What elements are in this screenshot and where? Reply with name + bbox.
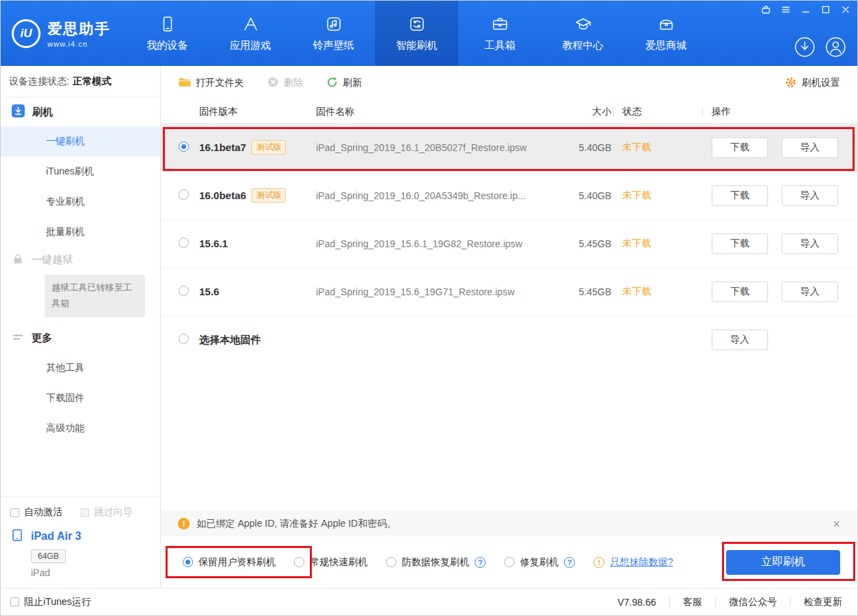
firmware-name: iPad_Spring_2019_15.6.1_19G82_Restore.ip… xyxy=(316,238,570,249)
nav-ringtones-wallpapers[interactable]: 铃声壁纸 xyxy=(292,1,375,66)
wechat-account-link[interactable]: 微信公众号 xyxy=(729,596,777,608)
maximize-icon[interactable] xyxy=(821,5,831,14)
nav-smart-flash[interactable]: 智能刷机 xyxy=(375,1,458,66)
briefcase-icon xyxy=(491,15,509,33)
import-button[interactable]: 导入 xyxy=(782,233,838,254)
option-quick-flash[interactable]: 常规快速刷机 xyxy=(294,556,368,569)
app-subtitle: www.i4.cn xyxy=(47,40,111,48)
flash-now-button[interactable]: 立即刷机 xyxy=(726,550,840,575)
tablet-icon xyxy=(10,528,24,545)
firmware-radio[interactable] xyxy=(179,334,189,344)
header: iU 爱思助手 www.i4.cn 我的设备 应用游戏 xyxy=(1,1,857,66)
block-itunes-checkbox[interactable]: 阻止iTunes运行 xyxy=(10,596,91,608)
option-radio[interactable] xyxy=(504,557,515,567)
refresh-icon xyxy=(326,76,338,90)
skip-wizard-checkbox[interactable]: 跳过向导 xyxy=(80,506,133,518)
firmware-version: 16.1beta7 xyxy=(199,141,246,153)
checkbox-box[interactable] xyxy=(10,508,19,517)
firmware-name: iPad_Spring_2019_16.0_20A5349b_Restore.i… xyxy=(316,190,570,201)
download-button[interactable]: 下载 xyxy=(712,282,768,302)
firmware-row-16-0beta6[interactable]: 16.0beta6 测试版 iPad_Spring_2019_16.0_20A5… xyxy=(161,172,857,220)
main-content: 打开文件夹 删除 刷新 刷机设置 固件版本 固件名称 xyxy=(161,66,857,588)
option-keep-user-data[interactable]: 保留用户资料刷机 xyxy=(183,556,275,569)
nav-toolbox[interactable]: 工具箱 xyxy=(458,1,541,66)
import-button[interactable]: 导入 xyxy=(712,330,768,350)
app-logo: iU 爱思助手 www.i4.cn xyxy=(1,1,126,66)
checkbox-label: 跳过向导 xyxy=(94,506,133,518)
app-version: V7.98.66 xyxy=(618,597,656,608)
graduation-cap-icon xyxy=(574,15,592,33)
flash-settings-button[interactable]: 刷机设置 xyxy=(784,76,840,91)
folder-icon xyxy=(178,76,191,90)
import-button[interactable]: 导入 xyxy=(782,185,838,206)
download-button[interactable]: 下载 xyxy=(712,185,768,206)
nav-apps-games[interactable]: 应用游戏 xyxy=(209,1,292,66)
checkbox-box[interactable] xyxy=(80,508,89,517)
firmware-row-local[interactable]: 选择本地固件 导入 xyxy=(161,316,857,364)
sidebar-item-advanced[interactable]: 高级功能 xyxy=(1,413,160,444)
firmware-radio[interactable] xyxy=(179,238,189,248)
checkbox-label: 自动激活 xyxy=(24,506,63,518)
nav-mall[interactable]: 爱思商城 xyxy=(624,1,708,66)
firmware-status: 未下载 xyxy=(611,190,701,202)
import-button[interactable]: 导入 xyxy=(782,282,838,302)
option-radio[interactable] xyxy=(183,557,193,567)
firmware-size: 5.40GB xyxy=(570,190,611,201)
option-anti-recovery-flash[interactable]: 防数据恢复刷机 ? xyxy=(386,556,486,569)
download-manager-icon[interactable] xyxy=(794,36,815,58)
nav-label: 工具箱 xyxy=(484,39,515,52)
nav-my-devices[interactable]: 我的设备 xyxy=(126,1,209,66)
close-icon[interactable] xyxy=(841,5,850,14)
download-button[interactable]: 下载 xyxy=(712,137,768,158)
nav-label: 应用游戏 xyxy=(230,39,271,52)
minimize-icon[interactable] xyxy=(801,5,811,14)
firmware-version: 15.6 xyxy=(199,286,219,297)
option-repair-flash[interactable]: 修复刷机 ? xyxy=(504,556,575,569)
firmware-row-15-6-1[interactable]: 15.6.1 iPad_Spring_2019_15.6.1_19G82_Res… xyxy=(161,220,857,268)
delete-button[interactable]: 删除 xyxy=(267,76,303,90)
sidebar-item-itunes-flash[interactable]: iTunes刷机 xyxy=(1,157,160,187)
erase-data-link[interactable]: 只想抹除数据? xyxy=(610,556,673,569)
customer-service-link[interactable]: 客服 xyxy=(683,596,702,608)
download-button[interactable]: 下载 xyxy=(712,233,768,254)
firmware-row-15-6[interactable]: 15.6 iPad_Spring_2019_15.6_19G71_Restore… xyxy=(161,268,857,316)
device-name: iPad Air 3 xyxy=(31,530,81,543)
sidebar-item-batch-flash[interactable]: 批量刷机 xyxy=(1,217,160,247)
nav-label: 智能刷机 xyxy=(396,39,438,52)
option-radio[interactable] xyxy=(294,557,304,567)
col-header-version: 固件版本 xyxy=(199,106,316,118)
open-folder-button[interactable]: 打开文件夹 xyxy=(178,76,244,90)
sidebar-item-pro-flash[interactable]: 专业刷机 xyxy=(1,187,160,217)
option-radio[interactable] xyxy=(386,557,396,567)
notice-close-icon[interactable]: × xyxy=(833,518,840,530)
firmware-radio[interactable] xyxy=(179,286,189,296)
auto-activate-checkbox[interactable]: 自动激活 xyxy=(10,506,63,518)
sidebar-item-one-click-flash[interactable]: 一键刷机 xyxy=(1,126,160,157)
device-connection-status: 设备连接状态: 正常模式 xyxy=(1,66,160,98)
checkbox-box[interactable] xyxy=(10,597,19,606)
nav-tutorials[interactable]: 教程中心 xyxy=(541,1,624,66)
help-icon[interactable]: ? xyxy=(564,557,575,568)
help-icon[interactable]: ? xyxy=(475,557,486,568)
import-button[interactable]: 导入 xyxy=(782,137,838,158)
beta-badge: 测试版 xyxy=(251,188,286,203)
sidebar-item-other-tools[interactable]: 其他工具 xyxy=(1,353,160,383)
firmware-radio[interactable] xyxy=(179,190,189,200)
user-account-icon[interactable] xyxy=(825,36,846,58)
treasure-chest-icon xyxy=(657,15,675,33)
firmware-table-header: 固件版本 固件名称 大小 状态 操作 xyxy=(161,100,857,124)
divider xyxy=(715,597,716,606)
firmware-row-16-1beta7[interactable]: 16.1beta7 测试版 iPad_Spring_2019_16.1_20B5… xyxy=(161,124,857,172)
refresh-button[interactable]: 刷新 xyxy=(326,76,362,90)
skin-icon[interactable] xyxy=(761,5,771,14)
firmware-status: 未下载 xyxy=(611,141,701,154)
group-label: 一键越狱 xyxy=(32,253,73,266)
check-update-link[interactable]: 检查更新 xyxy=(804,596,842,608)
col-header-size: 大小 xyxy=(570,106,611,118)
menu-icon[interactable] xyxy=(781,5,791,14)
sidebar-item-download-firmware[interactable]: 下载固件 xyxy=(1,383,160,413)
erase-warning-icon: ! xyxy=(594,557,605,568)
firmware-radio[interactable] xyxy=(179,141,189,152)
firmware-status: 未下载 xyxy=(611,238,701,250)
status-bar: 阻止iTunes运行 V7.98.66 客服 微信公众号 检查更新 xyxy=(1,588,857,615)
